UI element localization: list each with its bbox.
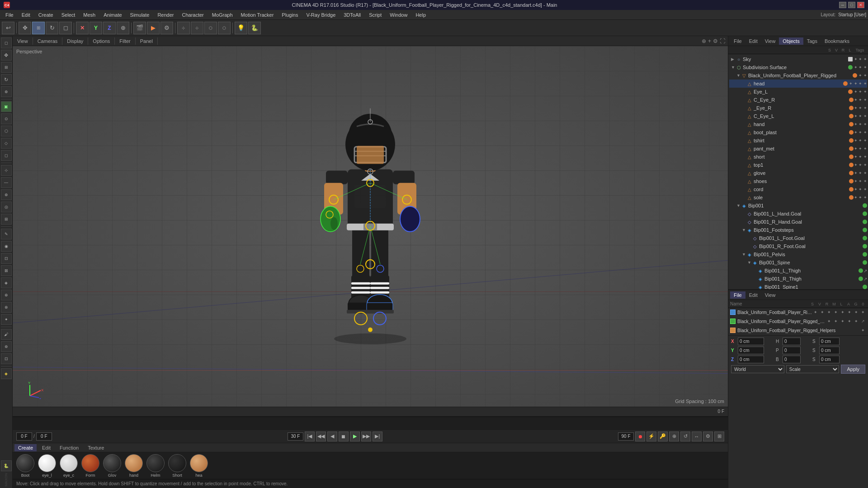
maximize-button[interactable]: □: [848, 2, 855, 8]
scale-dropdown[interactable]: Scale Size: [786, 365, 840, 373]
menu-file[interactable]: File: [2, 11, 17, 19]
go-start-btn[interactable]: |◀: [305, 432, 315, 441]
left-tool-mode1[interactable]: ▣: [1, 101, 12, 112]
python-btn[interactable]: 🐍: [248, 22, 261, 34]
current-frame-field[interactable]: [36, 432, 52, 441]
menu-motion-tracker[interactable]: Motion Tracker: [237, 11, 278, 19]
tree-item-tshirt[interactable]: △ tshirt ✦ ✦ ✦: [729, 136, 867, 145]
z-axis-btn[interactable]: Z: [103, 22, 116, 34]
head-dot[interactable]: [843, 81, 848, 86]
menu-mesh[interactable]: Mesh: [80, 11, 99, 19]
bip-pelvis-dot[interactable]: [863, 252, 867, 257]
timeline-ruler[interactable]: 0 5 10 15 20 25 30 35 40 45 50 55 60 65: [13, 407, 728, 417]
menu-animate[interactable]: Animate: [100, 11, 125, 19]
end-frame-field[interactable]: [618, 432, 634, 441]
viewport-tab-panel[interactable]: Panel: [136, 38, 158, 45]
h-input[interactable]: [783, 338, 801, 345]
start-marker[interactable]: [14, 416, 19, 417]
left-tool-mat[interactable]: ◈: [1, 368, 12, 379]
render-btn[interactable]: ▶: [147, 22, 160, 34]
tree-item-boot-plast[interactable]: △ boot_plast ✦ ✦ ✦: [729, 128, 867, 136]
tshirt-dot[interactable]: [849, 138, 854, 143]
bip-l-hand-dot[interactable]: [863, 211, 867, 216]
z-input[interactable]: [738, 356, 764, 363]
tab-function[interactable]: Function: [56, 444, 82, 451]
boot-plast-dot[interactable]: [849, 130, 854, 135]
tree-item-c-eye-l[interactable]: △ C_Eye_L ✦ ✦ ✦: [729, 112, 867, 120]
bip-l-foot-dot[interactable]: [863, 236, 867, 240]
start-frame-field[interactable]: [16, 432, 32, 441]
menu-vray[interactable]: V-Ray Bridge: [302, 11, 339, 19]
subdiv-dot[interactable]: [848, 65, 853, 70]
prev-frame-btn[interactable]: ◀◀: [316, 432, 326, 441]
top1-dot[interactable]: [849, 163, 854, 167]
bip001-dot[interactable]: [863, 203, 867, 208]
viewport-tab-cameras[interactable]: Cameras: [33, 38, 63, 45]
material-eye-l[interactable]: eye_l: [38, 454, 56, 478]
menu-script[interactable]: Script: [365, 11, 385, 19]
tree-item-shoes[interactable]: △ shoes ✦ ✦ ✦: [729, 177, 867, 185]
rb-item-helpers[interactable]: Black_Uniform_Football_Player_Rigged_Hel…: [728, 326, 868, 334]
left-tool-paint3[interactable]: ⊡: [1, 253, 12, 264]
material-helm[interactable]: Helm: [146, 454, 165, 478]
size-z-input[interactable]: [819, 356, 840, 363]
left-tool-mode3[interactable]: ⬡: [1, 126, 12, 136]
left-tool-scale[interactable]: ⊞: [1, 62, 12, 73]
rpanel-tab-bookmarks[interactable]: Bookmarks: [821, 38, 853, 45]
play-btn[interactable]: ▶: [350, 432, 360, 441]
menu-3dtoall[interactable]: 3DToAll: [340, 11, 364, 19]
tree-item-cord[interactable]: △ cord ✦ ✦ ✦: [729, 185, 867, 193]
bip-r-thigh-dot[interactable]: [859, 277, 863, 281]
tree-item-bip-l-thigh[interactable]: ◈ Bip001_L_Thigh ↗: [729, 267, 867, 275]
sky-vis-dot[interactable]: [848, 57, 853, 61]
tree-item-bip-spine[interactable]: ▼ ◈ Bip001_Spine: [729, 258, 867, 267]
viewport-tab-display[interactable]: Display: [62, 38, 88, 45]
tree-item-top1[interactable]: △ top1 ✦ ✦ ✦: [729, 161, 867, 169]
tree-item-bip-footsteps[interactable]: ▼ ◈ Bip001_Footsteps: [729, 226, 867, 234]
stop-btn[interactable]: ⏹: [339, 432, 349, 441]
size-y-input[interactable]: [819, 347, 840, 354]
minimize-button[interactable]: ─: [839, 2, 846, 8]
rb-item-geometry[interactable]: Black_Uniform_Football_Player_Rigged_Geo…: [728, 308, 868, 316]
left-tool-paint7[interactable]: ⊗: [1, 302, 12, 313]
tree-item-sole[interactable]: △ sole ✦ ✦ ✦: [729, 193, 867, 202]
move-tool[interactable]: ✥: [19, 22, 31, 34]
rb-tab-edit[interactable]: Edit: [745, 291, 761, 299]
rpanel-tab-objects[interactable]: Objects: [779, 38, 803, 45]
tree-item-eye-l[interactable]: △ Eye_L ✦ ✦ ✦: [729, 88, 867, 96]
menu-plugins[interactable]: Plugins: [278, 11, 302, 19]
left-tool-select[interactable]: ◻: [1, 38, 12, 48]
sole-dot[interactable]: [849, 195, 854, 200]
undo-button[interactable]: ↩: [2, 22, 14, 34]
object-tool-2[interactable]: ⊹: [191, 22, 203, 34]
bip-spine1-dot[interactable]: [863, 285, 867, 289]
material-boot[interactable]: Boot: [16, 454, 34, 478]
tree-item-eye-r[interactable]: △ _Eye_R ✦ ✦ ✦: [729, 104, 867, 112]
menu-create[interactable]: Create: [35, 11, 57, 19]
object-tool-4[interactable]: ⬡: [218, 22, 231, 34]
y-axis-btn[interactable]: Y: [90, 22, 102, 34]
menu-help[interactable]: Help: [412, 11, 429, 19]
tree-item-glove[interactable]: △ glove ✦ ✦ ✦: [729, 169, 867, 177]
tree-item-bip-r-foot[interactable]: ◇ Bip001_R_Foot.Goal: [729, 242, 867, 250]
left-tool-snap2[interactable]: —: [1, 177, 12, 188]
record-btn[interactable]: ⏺: [635, 432, 645, 441]
tree-item-hand[interactable]: △ hand ✦ ✦ ✦: [729, 120, 867, 128]
bip-spine-dot[interactable]: [863, 260, 867, 265]
timeline-track[interactable]: [13, 417, 728, 429]
viewport-tab-view[interactable]: View: [13, 38, 33, 45]
left-tool-mode5[interactable]: ◻: [1, 150, 12, 161]
snap-key-btn[interactable]: ⊕: [669, 432, 679, 441]
p-input[interactable]: [783, 347, 801, 354]
x-input[interactable]: [738, 338, 764, 345]
size-x-input[interactable]: [819, 338, 840, 345]
left-tool-paint1[interactable]: ✎: [1, 229, 12, 239]
tree-item-bip-pelvis[interactable]: ▼ ◈ Bip001_Pelvis: [729, 250, 867, 258]
material-glov[interactable]: Glov: [103, 454, 121, 478]
y-input[interactable]: [738, 347, 764, 354]
tree-item-head[interactable]: △ head ✦ ✦ ✦ ✦: [729, 80, 867, 88]
left-tool-sculpt3[interactable]: ⊡: [1, 353, 12, 364]
player-dot[interactable]: [853, 73, 857, 78]
tab-texture[interactable]: Texture: [84, 444, 108, 451]
left-tool-rotate[interactable]: ↻: [1, 74, 12, 85]
